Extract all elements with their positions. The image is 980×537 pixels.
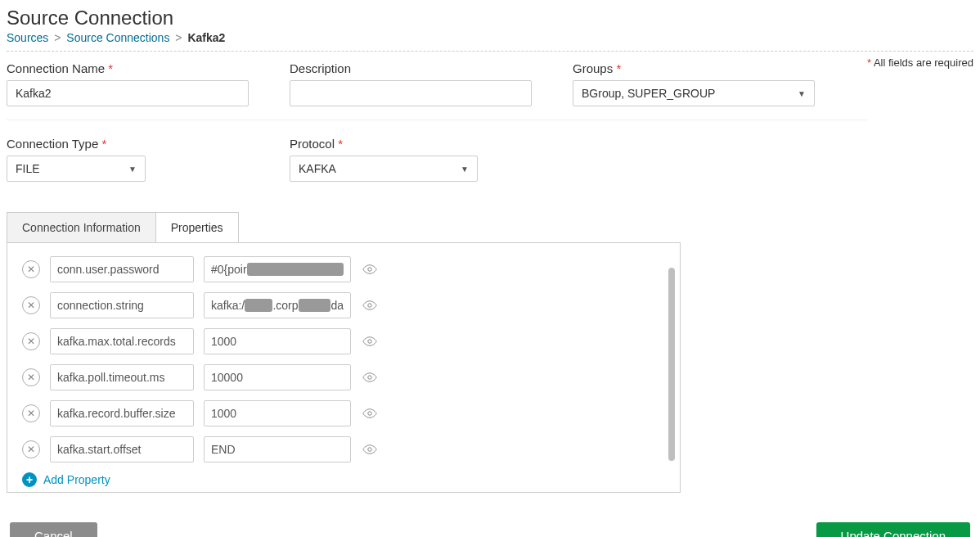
property-row: ✕: [22, 400, 665, 426]
protocol-select[interactable]: KAFKA ▼: [290, 156, 478, 182]
svg-point-4: [368, 412, 372, 416]
property-value-input[interactable]: [204, 328, 351, 354]
property-row: ✕: [22, 328, 665, 354]
tab-properties[interactable]: Properties: [156, 212, 239, 243]
property-value-input[interactable]: #0{poir: [204, 256, 351, 282]
redacted-segment: [247, 263, 344, 276]
breadcrumb-sources[interactable]: Sources: [7, 31, 48, 44]
description-label: Description: [290, 61, 532, 75]
connection-type-label: Connection Type *: [7, 137, 146, 151]
connection-name-input[interactable]: [7, 80, 249, 106]
remove-property-button[interactable]: ✕: [22, 404, 40, 422]
chevron-down-icon: ▼: [798, 89, 806, 98]
svg-point-1: [368, 304, 372, 308]
breadcrumb: Sources > Source Connections > Kafka2: [7, 31, 973, 52]
tab-connection-information[interactable]: Connection Information: [7, 212, 156, 243]
property-row: ✕: [22, 436, 665, 463]
property-value-input[interactable]: [204, 364, 351, 390]
groups-select[interactable]: BGroup, SUPER_GROUP ▼: [573, 80, 815, 106]
chevron-down-icon: ▼: [128, 165, 137, 174]
remove-property-button[interactable]: ✕: [22, 332, 40, 350]
breadcrumb-source-connections[interactable]: Source Connections: [66, 31, 169, 44]
description-input[interactable]: [290, 80, 532, 106]
reveal-icon[interactable]: [361, 404, 379, 422]
update-connection-button[interactable]: Update Connection: [816, 522, 970, 537]
reveal-icon[interactable]: [361, 260, 379, 278]
reveal-icon[interactable]: [361, 332, 379, 350]
svg-point-3: [368, 376, 372, 380]
remove-property-button[interactable]: ✕: [22, 260, 40, 278]
svg-point-0: [368, 268, 372, 272]
property-value-input[interactable]: [204, 400, 351, 426]
property-row: ✕ #0{poir: [22, 256, 665, 282]
cancel-button[interactable]: Cancel: [10, 522, 97, 537]
connection-name-label: Connection Name *: [7, 61, 249, 75]
property-value-input[interactable]: kafka:/.corpda: [204, 292, 351, 318]
property-key-input[interactable]: [50, 292, 194, 318]
groups-label: Groups *: [573, 61, 815, 75]
svg-point-2: [368, 340, 372, 344]
property-key-input[interactable]: [50, 328, 194, 354]
property-row: ✕ kafka:/.corpda: [22, 292, 665, 318]
protocol-label: Protocol *: [290, 137, 478, 151]
remove-property-button[interactable]: ✕: [22, 296, 40, 314]
property-key-input[interactable]: [50, 436, 194, 463]
property-row: ✕: [22, 364, 665, 390]
connection-type-select[interactable]: FILE ▼: [7, 156, 146, 182]
remove-property-button[interactable]: ✕: [22, 368, 40, 386]
breadcrumb-current: Kafka2: [187, 31, 225, 44]
remove-property-button[interactable]: ✕: [22, 440, 40, 458]
breadcrumb-sep: >: [175, 31, 182, 44]
property-key-input[interactable]: [50, 400, 194, 426]
property-key-input[interactable]: [50, 364, 194, 390]
add-property-button[interactable]: + Add Property: [22, 472, 665, 487]
required-fields-note: * All fields are required: [867, 56, 973, 69]
scrollbar[interactable]: [668, 268, 675, 461]
reveal-icon[interactable]: [361, 368, 379, 386]
tab-bar: Connection Information Properties: [7, 211, 973, 242]
reveal-icon[interactable]: [361, 440, 379, 458]
properties-panel: ✕ #0{poir ✕ kafka:/.corpda ✕ ✕: [7, 242, 681, 493]
chevron-down-icon: ▼: [461, 165, 469, 174]
property-key-input[interactable]: [50, 256, 194, 282]
property-value-input[interactable]: [204, 436, 351, 463]
plus-icon: +: [22, 472, 37, 487]
redacted-segment: [299, 299, 331, 312]
page-title: Source Connection: [7, 7, 973, 29]
reveal-icon[interactable]: [361, 296, 379, 314]
svg-point-5: [368, 448, 372, 452]
breadcrumb-sep: >: [54, 31, 61, 44]
redacted-segment: [245, 299, 272, 312]
